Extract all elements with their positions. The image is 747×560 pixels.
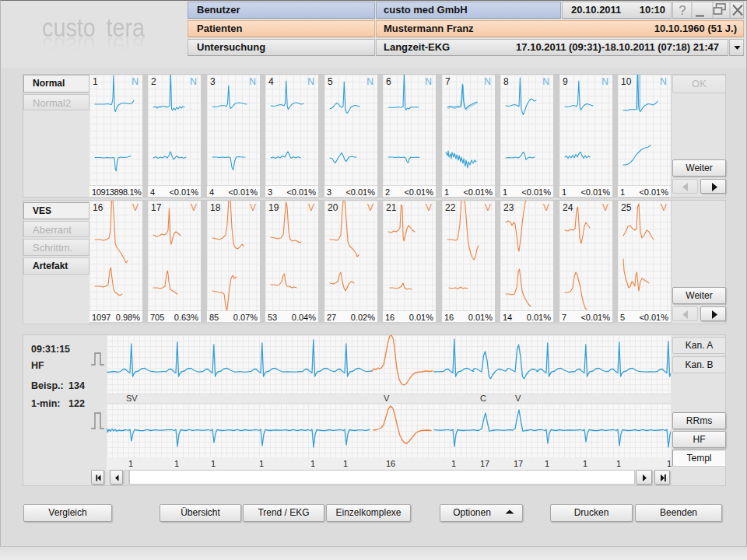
svg-text:?: ? [679,3,686,18]
